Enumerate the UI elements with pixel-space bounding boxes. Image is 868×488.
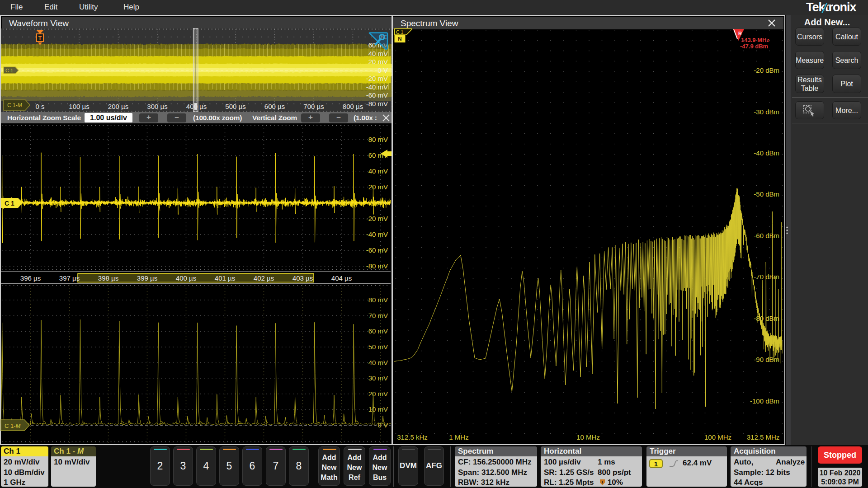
svg-text:40 mV: 40 mV: [368, 50, 388, 57]
svg-text:402 µs: 402 µs: [254, 274, 274, 282]
svg-text:400 µs: 400 µs: [186, 103, 207, 110]
svg-text:0 V: 0 V: [377, 199, 388, 206]
svg-text:60 mV: 60 mV: [368, 327, 388, 335]
svg-text:-40 mV: -40 mV: [366, 230, 388, 238]
svg-text:R: R: [738, 31, 742, 36]
svg-text:T: T: [38, 35, 42, 42]
svg-text:80 mV: 80 mV: [368, 296, 388, 304]
svg-text:500 µs: 500 µs: [225, 103, 245, 110]
svg-text:0 V: 0 V: [377, 421, 388, 429]
svg-text:20 mV: 20 mV: [368, 183, 388, 191]
svg-text:312.5 kHz: 312.5 kHz: [397, 433, 428, 441]
svg-text:N: N: [398, 36, 401, 42]
svg-text:-80 mV: -80 mV: [366, 262, 388, 270]
svg-text:C 1: C 1: [5, 200, 14, 207]
svg-text:312.5 MHz: 312.5 MHz: [747, 433, 780, 441]
svg-text:80 mV: 80 mV: [368, 136, 388, 143]
svg-text:100 MHz: 100 MHz: [704, 433, 731, 441]
svg-text:403 µs: 403 µs: [292, 274, 313, 282]
svg-text:0 s: 0 s: [35, 103, 44, 110]
svg-text:-20 dBm: -20 dBm: [754, 66, 779, 74]
svg-text:C 1: C 1: [5, 68, 13, 73]
svg-text:300 µs: 300 µs: [147, 103, 167, 110]
svg-text:-50 dBm: -50 dBm: [754, 190, 779, 198]
svg-text:143.9 MHz: 143.9 MHz: [741, 37, 769, 43]
svg-text:10 MHz: 10 MHz: [576, 433, 600, 441]
svg-text:0 V: 0 V: [377, 66, 388, 74]
svg-text:-80 mV: -80 mV: [366, 100, 388, 108]
svg-text:399 µs: 399 µs: [137, 274, 157, 282]
svg-text:398 µs: 398 µs: [98, 274, 118, 282]
svg-text:-20 mV: -20 mV: [366, 215, 388, 222]
svg-text:C 1-M: C 1-M: [7, 102, 22, 108]
svg-text:-47.9 dBm: -47.9 dBm: [740, 43, 768, 50]
svg-text:40 mV: 40 mV: [368, 359, 388, 366]
svg-text:50 mV: 50 mV: [368, 343, 388, 351]
svg-text:-100 dBm: -100 dBm: [750, 397, 779, 405]
svg-text:400 µs: 400 µs: [176, 274, 196, 282]
svg-text:20 mV: 20 mV: [368, 58, 388, 66]
svg-text:200 µs: 200 µs: [108, 103, 128, 110]
svg-text:800 µs: 800 µs: [343, 103, 363, 110]
svg-text:-60 dBm: -60 dBm: [754, 232, 779, 239]
svg-text:-60 mV: -60 mV: [366, 246, 388, 254]
svg-text:404 µs: 404 µs: [331, 274, 352, 282]
svg-text:30 mV: 30 mV: [368, 374, 388, 382]
svg-text:-40 dBm: -40 dBm: [754, 149, 779, 157]
svg-text:-60 mV: -60 mV: [366, 91, 388, 99]
svg-text:100 µs: 100 µs: [69, 103, 89, 110]
svg-text:40 mV: 40 mV: [368, 167, 388, 175]
svg-text:-70 dBm: -70 dBm: [754, 273, 779, 281]
svg-text:C 1: C 1: [396, 29, 404, 35]
svg-text:-90 dBm: -90 dBm: [754, 356, 779, 363]
svg-text:70 mV: 70 mV: [368, 312, 388, 319]
svg-text:-40 mV: -40 mV: [366, 83, 388, 91]
svg-text:C 1-M: C 1-M: [5, 422, 21, 429]
svg-text:-30 dBm: -30 dBm: [754, 108, 779, 116]
svg-text:700 µs: 700 µs: [303, 103, 324, 110]
svg-text:600 µs: 600 µs: [264, 103, 285, 110]
svg-text:1 MHz: 1 MHz: [449, 433, 468, 441]
svg-text:401 µs: 401 µs: [215, 274, 235, 282]
svg-text:397 µs: 397 µs: [59, 274, 80, 282]
svg-text:10 mV: 10 mV: [368, 405, 388, 413]
svg-text:-20 mV: -20 mV: [366, 75, 388, 82]
svg-text:396 µs: 396 µs: [20, 274, 41, 282]
svg-text:20 mV: 20 mV: [368, 390, 388, 398]
svg-text:-80 dBm: -80 dBm: [754, 314, 779, 322]
